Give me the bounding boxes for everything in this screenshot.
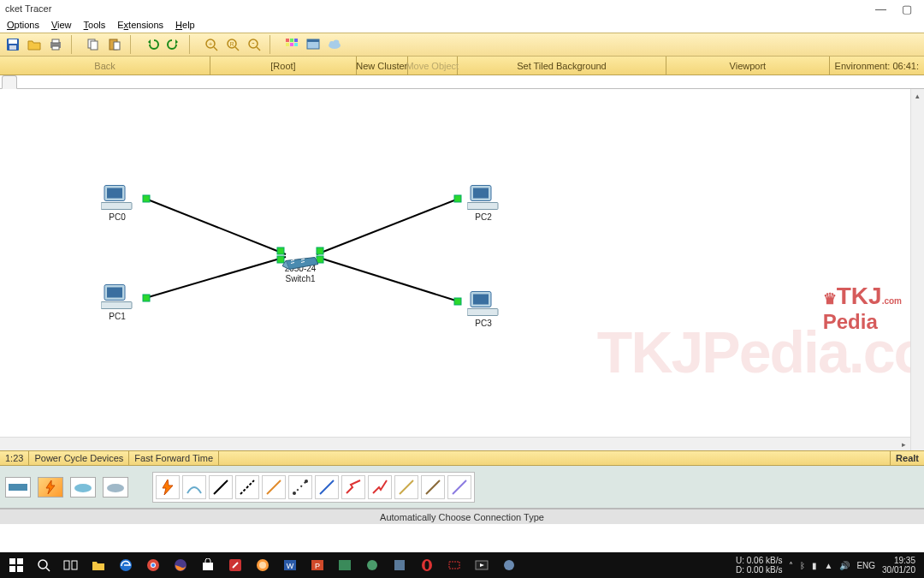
taskbar-app-uc[interactable] [250,553,275,577]
taskbar-app-pt[interactable] [332,553,358,577]
device-switch1[interactable]: 2950-24 Switch1 [282,245,318,283]
topology-canvas[interactable]: PC-PT PC0 PC-PT PC1 PC-PT PC2 PC-PT PC3 … [0,89,910,437]
taskbar-app-word[interactable]: W [277,553,303,577]
zoom-reset-icon[interactable]: R [223,35,242,54]
device-pc0[interactable]: PC-PT PC0 [101,173,133,222]
print-icon[interactable] [46,35,65,54]
search-icon[interactable] [31,553,56,577]
new-cluster-button[interactable]: New Cluster [357,57,408,74]
mode-toggle[interactable]: Realt [890,451,924,465]
tray-clock[interactable]: 19:35 30/01/20 [882,556,915,575]
taskbar-app-store[interactable] [195,553,221,577]
taskbar-app-video[interactable] [469,553,495,577]
dialog-icon[interactable] [304,35,323,54]
svg-point-55 [74,484,92,492]
paste-icon[interactable] [105,35,124,54]
taskview-icon[interactable] [58,553,84,577]
tray-battery-icon[interactable]: ▮ [812,561,817,570]
tray-bluetooth-icon[interactable]: ᛒ [800,561,805,570]
window-title: cket Tracer [5,3,875,14]
fast-forward-button[interactable]: Fast Forward Time [129,451,219,465]
svg-rect-44 [101,203,132,210]
menu-view[interactable]: View [51,20,72,30]
conn-ioe[interactable] [421,475,445,499]
minimize-button[interactable]: — [875,3,886,15]
svg-rect-19 [286,39,289,42]
taskbar-app-ppt[interactable]: P [305,553,330,577]
scroll-right-icon[interactable]: ▸ [897,438,910,450]
tray-volume-icon[interactable]: 🔊 [839,561,850,570]
taskbar-app-generic2[interactable] [387,553,412,577]
conn-serial-dte[interactable] [368,475,392,499]
conn-fiber[interactable] [262,475,286,499]
conn-octal[interactable] [394,475,418,499]
taskbar-app-generic1[interactable] [359,553,385,577]
svg-point-56 [107,484,124,492]
zoom-in-icon[interactable]: + [202,35,221,54]
back-button[interactable]: Back [0,57,210,74]
zoom-out-icon[interactable]: - [245,35,264,54]
palette-icon[interactable] [282,35,301,54]
conn-console[interactable] [182,475,206,499]
connection-lines [0,89,910,437]
horizontal-scrollbar[interactable]: ▸ [0,437,910,450]
svg-line-11 [214,47,217,51]
tiled-background-button[interactable]: Set Tiled Background [458,57,666,74]
taskbar-app-explorer[interactable] [86,553,111,577]
tray-lang[interactable]: ENG [856,561,875,570]
device-pc3[interactable]: PC-PT PC3 [467,279,500,328]
start-button[interactable] [3,553,29,577]
toolbar: + R - [0,33,924,57]
device-category-4[interactable] [103,477,128,498]
conn-straight[interactable] [209,475,233,499]
conn-crossover[interactable] [235,475,259,499]
menu-options[interactable]: Options [7,20,39,30]
cloud-icon[interactable] [325,35,344,54]
menu-extensions[interactable]: Extensions [117,20,163,30]
menu-tools[interactable]: Tools [84,20,106,30]
save-icon[interactable] [3,35,22,54]
conn-auto[interactable] [156,475,180,499]
conn-usb[interactable] [447,475,471,499]
svg-rect-74 [72,561,77,569]
conn-coax[interactable] [315,475,339,499]
undo-icon[interactable] [143,35,162,54]
environment-label[interactable]: Environment: 06:41: [830,57,924,74]
svg-rect-68 [17,558,23,564]
sim-time: 1:23 [0,451,29,465]
taskbar-app-opera[interactable] [414,553,440,577]
svg-rect-23 [290,43,293,46]
conn-serial-dce[interactable] [341,475,365,499]
taskbar-app-firefox[interactable] [168,553,193,577]
device-category-3[interactable] [70,477,96,498]
tray-chevron-icon[interactable]: ˄ [789,561,793,570]
conn-phone[interactable] [288,475,312,499]
taskbar-app-chrome[interactable] [140,553,166,577]
menu-help[interactable]: Help [175,20,195,30]
tray-wifi-icon[interactable]: ▲ [824,561,832,570]
viewport-button[interactable]: Viewport [666,57,829,74]
device-category-1[interactable] [5,477,31,498]
workspace[interactable]: PC-PT PC0 PC-PT PC1 PC-PT PC2 PC-PT PC3 … [0,89,924,450]
svg-rect-88 [339,560,351,570]
taskbar-app-red[interactable] [222,553,248,577]
scroll-up-icon[interactable]: ▴ [911,89,924,103]
redo-icon[interactable] [164,35,183,54]
open-icon[interactable] [25,35,44,54]
root-button[interactable]: [Root] [210,57,357,74]
svg-rect-54 [9,484,27,491]
taskbar-app-snip[interactable] [441,553,467,577]
taskbar-app-generic3[interactable] [496,553,522,577]
maximize-button[interactable]: ▢ [902,3,912,15]
power-cycle-button[interactable]: Power Cycle Devices [29,451,129,465]
taskbar-app-edge[interactable] [113,553,139,577]
network-meter: U: 0.06 kB/s D: 0.00 kB/s [736,556,782,575]
device-pc2[interactable]: PC-PT PC2 [467,173,500,222]
device-pc1[interactable]: PC-PT PC1 [101,272,133,321]
copy-icon[interactable] [84,35,103,54]
pc-icon [467,279,500,307]
workspace-tab[interactable] [2,75,17,89]
connections-category[interactable] [38,477,63,498]
vertical-scrollbar[interactable]: ▴ [910,89,924,450]
svg-rect-24 [294,43,298,46]
